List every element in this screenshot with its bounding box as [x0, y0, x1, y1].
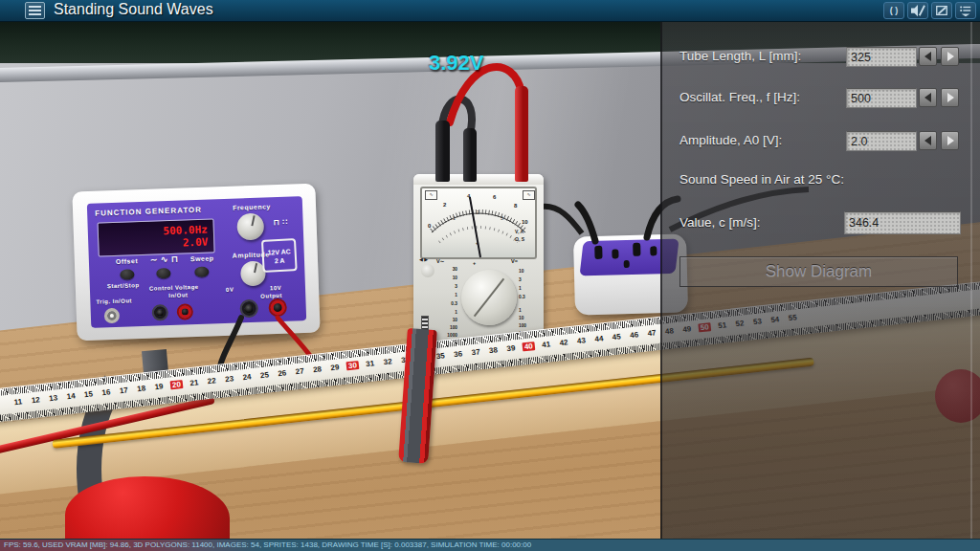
driver-plug-2[interactable] — [633, 243, 640, 256]
meter-scale-number: 8 — [514, 203, 517, 209]
dial-range-label: 0.3 — [427, 301, 457, 306]
ruler-number: 41 — [542, 340, 551, 349]
status-text: FPS: 59.6, USED VRAM [MB]: 94.86, 3D POL… — [0, 540, 980, 551]
status-bar: FPS: 59.6, USED VRAM [MB]: 94.86, 3D POL… — [0, 539, 980, 551]
output-label: Output — [260, 293, 282, 299]
driver-knob-1[interactable] — [612, 249, 618, 258]
ruler-number: 39 — [506, 343, 516, 353]
ruler-number: 13 — [49, 393, 58, 403]
amplitude-input[interactable] — [846, 131, 917, 151]
ruler-number: 31 — [366, 359, 375, 368]
dial-range-label: 10 — [519, 269, 549, 274]
ruler-number: 11 — [13, 397, 22, 407]
dial-range-label: 10 — [519, 316, 549, 320]
meter-range-dial[interactable] — [461, 270, 517, 325]
voltage-readout: 3.92V — [429, 51, 484, 76]
display-voltage: 2.0V — [99, 236, 208, 253]
tube-length-decrement-button[interactable] — [919, 47, 937, 66]
ruler-number: 43 — [577, 336, 587, 345]
cv-red-jack[interactable] — [179, 305, 191, 318]
multimeter: ∿ ∿ V, A Ω, S + 0246810123 ◀ ▶ V∼ V= + m… — [413, 174, 544, 342]
frequency-input[interactable] — [846, 88, 917, 108]
ruler-number: 18 — [137, 384, 146, 393]
sweep-button[interactable] — [194, 267, 209, 278]
trig-bnc-jack[interactable] — [104, 308, 121, 324]
code-toggle-icon[interactable]: ( ) — [883, 2, 904, 19]
dial-range-label: 1 — [519, 286, 549, 291]
arrow-right-icon — [947, 52, 959, 61]
meter-scale-number: 6 — [493, 194, 496, 200]
meter-plug-black-1[interactable] — [435, 121, 450, 182]
output-red-jack[interactable] — [270, 300, 285, 316]
arrow-left-icon — [920, 52, 931, 61]
meter-scale-number: 3 — [501, 215, 503, 221]
speed-value-input[interactable] — [844, 211, 961, 234]
panel-right-edge — [970, 21, 972, 539]
trig-label: Trig. In/Out — [96, 298, 132, 304]
wave-button[interactable] — [156, 268, 170, 279]
ruler-number: 32 — [383, 357, 392, 366]
sweep-label: Sweep — [190, 254, 214, 262]
offset-button[interactable] — [120, 269, 134, 280]
cv-black-jack[interactable] — [154, 306, 167, 319]
frequency-increment-button[interactable] — [941, 88, 959, 107]
meter-scale-number: 1 — [453, 215, 456, 221]
unit-label-2: Ω, S — [515, 236, 524, 242]
output-black-jack[interactable] — [241, 301, 256, 317]
wave-glyphs: ∼ ∿ ⊓ — [150, 254, 179, 265]
dial-range-label: 1 — [427, 310, 457, 315]
meter-plug-black-2[interactable] — [463, 128, 477, 182]
amplitude-decrement-button[interactable] — [919, 131, 937, 150]
dial-range-label: 100 — [519, 323, 549, 328]
ruler-number: 19 — [154, 382, 164, 391]
ruler-number: 44 — [594, 334, 604, 343]
ruler-number: 22 — [207, 376, 216, 386]
ruler-number: 12 — [31, 395, 40, 405]
ruler-number: 20 — [170, 380, 184, 389]
menu-icon[interactable] — [25, 2, 45, 19]
arrow-left-icon — [920, 136, 931, 145]
amplitude-increment-button[interactable] — [941, 131, 959, 150]
ruler-number: 30 — [345, 361, 359, 370]
audio-muted-icon[interactable] — [907, 2, 928, 19]
ruler-number: 40 — [522, 342, 535, 351]
ruler-number: 17 — [119, 386, 128, 395]
driver-knob-2[interactable] — [650, 246, 657, 255]
in-out-label: In/Out — [168, 292, 189, 298]
tube-length-label: Tube Length, L [mm]: — [679, 49, 801, 63]
waveform-mode-icons: ⊓ ∷ — [273, 218, 287, 228]
tube-length-input[interactable] — [846, 47, 917, 67]
driver-knob-3[interactable] — [624, 260, 630, 268]
ruler-number: 21 — [189, 378, 199, 387]
control-voltage-label: Control Voltage — [149, 284, 199, 292]
simulation-app: FUNCTION GENERATOR 500.0Hz 2.0V Frequenc… — [0, 0, 980, 551]
ruler-number: 27 — [295, 366, 304, 376]
sound-speed-heading: Sound Speed in Air at 25 °C: — [679, 172, 844, 187]
amplitude-label: Amplitude, A0 [V]: — [679, 133, 782, 147]
frequency-knob[interactable] — [236, 213, 264, 241]
meter-scale-number: 2 — [443, 202, 446, 208]
list-icon[interactable] — [955, 2, 976, 19]
dial-range-label: 0.3 — [519, 295, 549, 299]
frequency-decrement-button[interactable] — [919, 88, 937, 107]
driver-plug-1[interactable] — [594, 246, 602, 259]
meter-plug-red[interactable] — [515, 86, 528, 182]
notes-icon[interactable] — [931, 2, 952, 19]
speed-value-label: Value, c [m/s]: — [679, 215, 761, 230]
meter-scale-number: 2 — [477, 209, 479, 215]
control-panel: Tube Length, L [mm]: Oscillat. Freq., f … — [660, 21, 980, 539]
ruler-number: 15 — [84, 389, 94, 399]
ruler-number: 24 — [242, 372, 252, 382]
show-diagram-button[interactable]: Show Diagram — [679, 256, 958, 287]
ruler-number: 37 — [471, 347, 480, 357]
meter-knob-arrows: ◀ ▶ — [419, 256, 428, 262]
generator-face: FUNCTION GENERATOR 500.0Hz 2.0V Frequenc… — [87, 196, 306, 328]
ruler-number: 45 — [612, 332, 621, 342]
unit-label-1: V, A — [515, 229, 523, 234]
tube-length-increment-button[interactable] — [941, 47, 959, 66]
dial-range-label: 1 — [427, 293, 457, 298]
amp-max-label: 10V — [270, 285, 281, 291]
ruler-number: 46 — [630, 330, 639, 340]
meter-scale-face: ∿ ∿ V, A Ω, S + 0246810123 — [420, 187, 537, 259]
ac-mark-left: ∿ — [425, 190, 437, 200]
